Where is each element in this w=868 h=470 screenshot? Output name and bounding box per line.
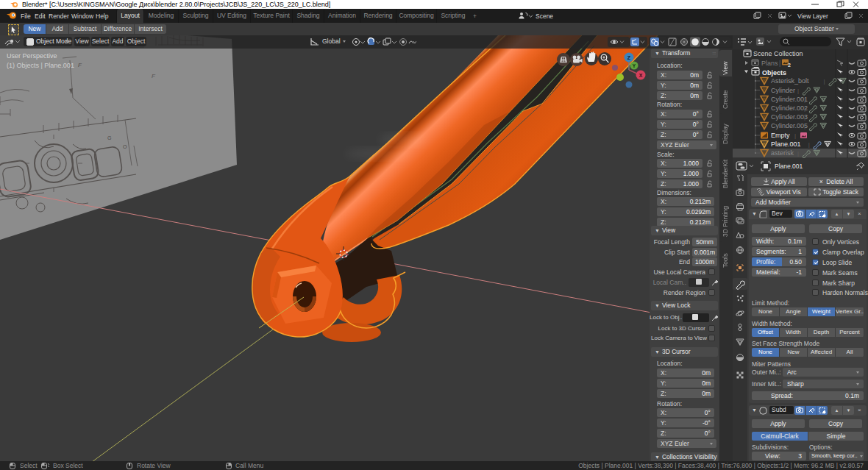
svg-text:|: | xyxy=(808,141,810,148)
svg-text:Plans: Plans xyxy=(761,60,778,67)
svg-text:Plane.001: Plane.001 xyxy=(771,140,801,148)
svg-text:X: X xyxy=(639,73,643,78)
svg-text:|: | xyxy=(824,78,825,85)
svg-text:|: | xyxy=(804,123,805,129)
svg-text:asterisk: asterisk xyxy=(771,149,794,157)
svg-text:Objects: Objects xyxy=(762,69,786,76)
svg-text:Cylinder.003: Cylinder.003 xyxy=(771,113,808,121)
svg-text:|: | xyxy=(797,150,799,157)
svg-text:Y: Y xyxy=(633,63,636,68)
svg-text:Cylinder.002: Cylinder.002 xyxy=(771,104,808,112)
svg-text:Scene Collection: Scene Collection xyxy=(753,50,803,57)
svg-text:|: | xyxy=(804,96,805,103)
svg-text:Cylinder.005: Cylinder.005 xyxy=(771,122,808,129)
svg-text:|: | xyxy=(779,60,780,67)
svg-text:|: | xyxy=(797,88,799,94)
svg-text:G: G xyxy=(107,135,111,140)
svg-text:2: 2 xyxy=(788,63,791,68)
svg-text:Cylinder: Cylinder xyxy=(771,87,795,94)
svg-text:|: | xyxy=(794,132,796,139)
svg-text:Cylinder.001: Cylinder.001 xyxy=(771,96,808,103)
svg-text:|: | xyxy=(804,114,805,121)
svg-text:Z: Z xyxy=(627,55,631,60)
svg-text:Empty: Empty xyxy=(771,132,790,139)
svg-text:Asterisk_bolt: Asterisk_bolt xyxy=(771,77,809,85)
svg-text:|: | xyxy=(804,105,805,112)
svg-text:O: O xyxy=(123,144,127,149)
